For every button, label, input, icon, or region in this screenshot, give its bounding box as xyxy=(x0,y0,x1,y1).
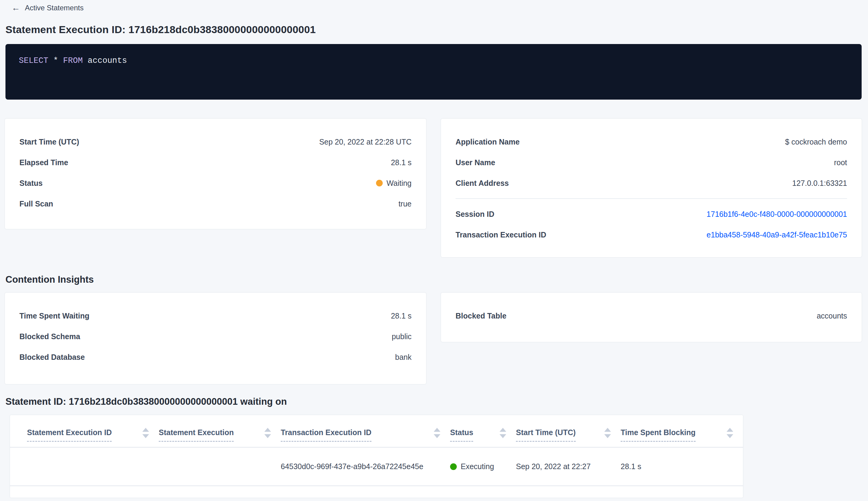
cell-transaction-execution-id: 64530d0c-969f-437e-a9b4-26a72245e45e xyxy=(281,447,450,486)
overview-row-full-scan: Full Scan true xyxy=(19,193,412,214)
sql-table-name: accounts xyxy=(88,56,127,65)
status-executing-text: Executing xyxy=(461,462,494,471)
sql-keyword-from: FROM xyxy=(63,56,83,65)
status-label: Status xyxy=(19,179,43,188)
overview-row-start-time: Start Time (UTC) Sep 20, 2022 at 22:28 U… xyxy=(19,131,412,152)
overview-card: Start Time (UTC) Sep 20, 2022 at 22:28 U… xyxy=(5,119,426,229)
contention-row-blocked-table: Blocked Table accounts xyxy=(456,306,847,326)
transaction-execution-id-link[interactable]: e1bba458-5948-40a9-a42f-5feac1b10e75 xyxy=(707,231,847,239)
transaction-execution-id-label: Transaction Execution ID xyxy=(456,231,546,239)
cell-status: Executing xyxy=(450,447,516,486)
summary-cards-row: Start Time (UTC) Sep 20, 2022 at 22:28 U… xyxy=(5,119,861,257)
sql-statement-text: SELECT * FROM accounts xyxy=(19,56,848,65)
start-time-label: Start Time (UTC) xyxy=(19,138,79,146)
blocked-schema-value: public xyxy=(392,332,412,341)
column-header-start-time[interactable]: Start Time (UTC) xyxy=(516,415,621,447)
client-address-value: 127.0.0.1:63321 xyxy=(792,179,847,188)
cell-statement-execution-id xyxy=(10,447,159,486)
contention-cards-row: Time Spent Waiting 28.1 s Blocked Schema… xyxy=(5,293,861,384)
status-badge: Waiting xyxy=(376,179,412,188)
application-name-value: $ cockroach demo xyxy=(785,138,847,146)
table-row: 64530d0c-969f-437e-a9b4-26a72245e45e Exe… xyxy=(10,447,743,486)
column-header-statement-execution[interactable]: Statement Execution xyxy=(159,415,281,447)
blocked-database-label: Blocked Database xyxy=(19,353,85,362)
sort-icon[interactable] xyxy=(604,428,611,438)
session-row-session-id: Session ID 1716b1f6-4e0c-f480-0000-00000… xyxy=(456,204,847,224)
blocked-table-label: Blocked Table xyxy=(456,311,507,320)
client-address-label: Client Address xyxy=(456,179,509,188)
cell-time-spent-blocking: 28.1 s xyxy=(621,447,743,486)
statement-execution-id-column-label[interactable]: Statement Execution ID xyxy=(27,428,112,442)
sql-statement-box: SELECT * FROM accounts xyxy=(6,44,861,99)
page-title: Statement Execution ID: 1716b218dc0b3838… xyxy=(6,24,868,35)
back-arrow-icon: ← xyxy=(12,4,20,12)
sort-icon[interactable] xyxy=(500,428,506,438)
time-spent-waiting-label: Time Spent Waiting xyxy=(19,311,89,320)
back-link[interactable]: ← Active Statements xyxy=(0,0,84,12)
application-name-label: Application Name xyxy=(456,138,520,146)
cell-statement-execution xyxy=(159,447,281,486)
sort-icon[interactable] xyxy=(434,428,441,438)
overview-row-status: Status Waiting xyxy=(19,173,412,193)
column-header-transaction-execution-id[interactable]: Transaction Execution ID xyxy=(281,415,450,447)
cell-start-time: Sep 20, 2022 at 22:27 xyxy=(516,447,621,486)
session-row-user-name: User Name root xyxy=(456,152,847,173)
waiting-on-table: Statement Execution ID Statement Executi… xyxy=(10,415,743,486)
user-name-value: root xyxy=(834,158,847,167)
sort-icon[interactable] xyxy=(727,428,733,438)
blocked-database-value: bank xyxy=(395,353,412,362)
sql-star: * xyxy=(53,56,58,65)
sql-keyword-select: SELECT xyxy=(19,56,48,65)
sort-icon[interactable] xyxy=(264,428,271,438)
back-link-label: Active Statements xyxy=(25,4,84,12)
contention-left-card: Time Spent Waiting 28.1 s Blocked Schema… xyxy=(5,293,426,384)
elapsed-time-label: Elapsed Time xyxy=(19,158,68,167)
status-column-label[interactable]: Status xyxy=(450,428,473,442)
session-row-application-name: Application Name $ cockroach demo xyxy=(456,131,847,152)
full-scan-label: Full Scan xyxy=(19,200,53,208)
time-spent-waiting-value: 28.1 s xyxy=(391,311,412,320)
time-spent-blocking-column-label[interactable]: Time Spent Blocking xyxy=(621,428,696,442)
elapsed-time-value: 28.1 s xyxy=(391,158,412,167)
waiting-on-table-card: Statement Execution ID Statement Executi… xyxy=(10,415,743,498)
status-waiting-text: Waiting xyxy=(387,179,412,188)
session-card: Application Name $ cockroach demo User N… xyxy=(441,119,861,257)
table-header-row: Statement Execution ID Statement Executi… xyxy=(10,415,743,447)
user-name-label: User Name xyxy=(456,158,495,167)
blocked-table-value: accounts xyxy=(817,311,847,320)
contention-insights-heading: Contention Insights xyxy=(6,274,868,285)
column-header-status[interactable]: Status xyxy=(450,415,516,447)
overview-row-elapsed-time: Elapsed Time 28.1 s xyxy=(19,152,412,173)
start-time-column-label[interactable]: Start Time (UTC) xyxy=(516,428,576,442)
waiting-on-heading: Statement ID: 1716b218dc0b38380000000000… xyxy=(6,396,868,407)
statement-execution-column-label[interactable]: Statement Execution xyxy=(159,428,234,442)
start-time-value: Sep 20, 2022 at 22:28 UTC xyxy=(319,138,412,146)
session-card-divider xyxy=(456,198,847,199)
blocked-table-card: Blocked Table accounts xyxy=(441,293,861,342)
session-id-label: Session ID xyxy=(456,210,495,218)
status-executing-dot-icon xyxy=(450,463,457,470)
session-row-transaction-execution-id: Transaction Execution ID e1bba458-5948-4… xyxy=(456,224,847,245)
contention-row-blocked-database: Blocked Database bank xyxy=(19,347,412,367)
sort-icon[interactable] xyxy=(142,428,149,438)
full-scan-value: true xyxy=(399,200,412,208)
contention-row-time-spent-waiting: Time Spent Waiting 28.1 s xyxy=(19,306,412,326)
session-id-link[interactable]: 1716b1f6-4e0c-f480-0000-000000000001 xyxy=(707,210,847,218)
column-header-statement-execution-id[interactable]: Statement Execution ID xyxy=(10,415,159,447)
status-waiting-dot-icon xyxy=(376,180,383,186)
session-row-client-address: Client Address 127.0.0.1:63321 xyxy=(456,173,847,193)
column-header-time-spent-blocking[interactable]: Time Spent Blocking xyxy=(621,415,743,447)
contention-row-blocked-schema: Blocked Schema public xyxy=(19,326,412,347)
transaction-execution-id-column-label[interactable]: Transaction Execution ID xyxy=(281,428,371,442)
blocked-schema-label: Blocked Schema xyxy=(19,332,80,341)
